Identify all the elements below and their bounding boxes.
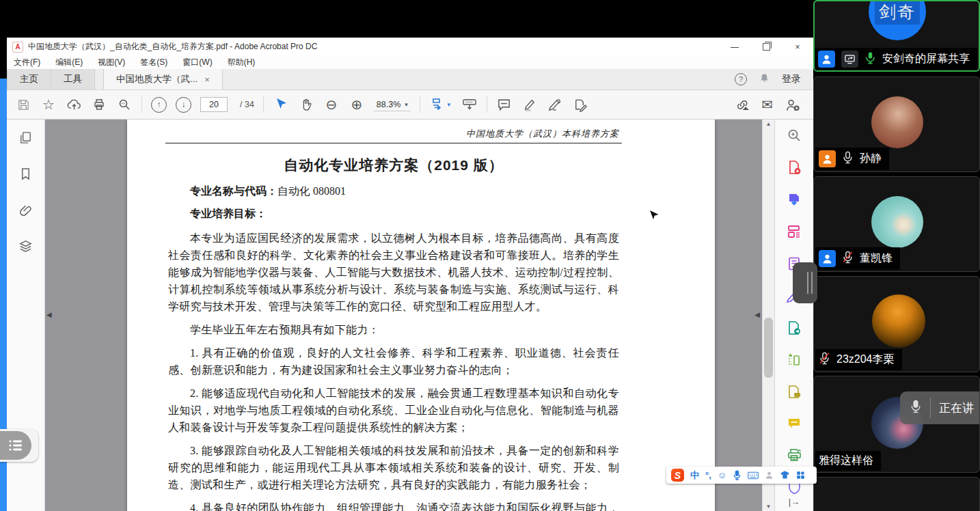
menu-window[interactable]: 窗口(W) (182, 57, 212, 68)
save-icon[interactable] (15, 96, 31, 113)
sogou-logo-icon[interactable]: S (671, 469, 684, 482)
tab-document-label: 中国地质大学（武... (116, 73, 198, 85)
menu-bar: 文件(F) 编辑(E) 视图(V) 签名(S) 窗口(W) 帮助(H) (7, 56, 813, 69)
next-page-icon[interactable]: ↓ (176, 97, 191, 113)
star-icon[interactable]: ☆ (40, 96, 57, 113)
email-icon[interactable]: ✉ (759, 96, 776, 113)
restore-button[interactable] (750, 38, 782, 56)
menu-sign[interactable]: 签名(S) (140, 57, 167, 68)
major-name-value: 自动化 080801 (277, 185, 346, 197)
ime-emoji-icon[interactable]: ☺ (718, 470, 726, 480)
participant-name: 董凯锋 (860, 251, 893, 266)
avatar: 剑奇 (869, 0, 926, 40)
participant-tile[interactable]: 23z204李栗 (813, 276, 980, 372)
organize-pages-icon[interactable] (787, 224, 802, 242)
close-button[interactable]: × (782, 38, 813, 56)
create-pdf-icon[interactable] (787, 160, 802, 178)
login-button[interactable]: 登录 (782, 73, 801, 85)
participant-tile-speaking[interactable]: 正在讲 雅得这样俗 (813, 376, 980, 473)
mic-muted-icon (842, 251, 854, 266)
collapse-left-pane-arrow[interactable]: ◀ (46, 311, 52, 318)
zoom-level-dropdown[interactable]: 88.3% ▾ (374, 98, 411, 111)
annotation-list-widget[interactable] (0, 429, 38, 462)
scroll-up-arrow[interactable]: ▲ (763, 121, 774, 127)
fit-caret-icon: ▾ (448, 101, 451, 108)
scrollbar-thumb[interactable] (764, 318, 773, 378)
ime-toolbox-icon[interactable] (796, 471, 805, 480)
expand-tools-pane-icon[interactable]: |→ (775, 497, 813, 507)
ime-account-icon[interactable] (765, 471, 774, 480)
help-icon[interactable]: ? (735, 73, 747, 85)
scroll-down-arrow[interactable]: ▼ (763, 503, 774, 510)
comment-tool-icon[interactable] (787, 417, 802, 433)
participant-tile[interactable]: 孙静 (813, 77, 980, 172)
sign-pen-icon[interactable] (547, 96, 563, 113)
sidebar-grip-handle[interactable] (793, 262, 817, 303)
participant-name: 孙静 (860, 152, 882, 166)
menu-help[interactable]: 帮助(H) (228, 57, 256, 68)
layers-icon[interactable] (18, 239, 33, 256)
major-name-label: 专业名称与代码： (190, 185, 277, 197)
mic-on-icon (842, 151, 854, 167)
zoom-out-icon[interactable]: ⊖ (323, 96, 340, 113)
ability-item-4: 4. 具备良好的团队协作能力、组织管理能力、沟通交流表达能力和国际化视野与能力，… (168, 499, 619, 511)
menu-file[interactable]: 文件(F) (14, 57, 40, 68)
participant-tile-partial[interactable] (813, 477, 980, 511)
print-icon[interactable] (91, 96, 107, 113)
page-count-label: / 34 (240, 100, 254, 109)
screen-share-icon (841, 51, 858, 68)
zoom-in-icon[interactable]: ⊕ (349, 96, 365, 113)
ime-skin-icon[interactable] (780, 471, 790, 480)
ime-punctuation-icon[interactable]: °, (705, 470, 711, 480)
participant-name: 23z204李栗 (836, 353, 895, 367)
caret-down-icon: ▾ (405, 101, 408, 108)
menu-edit[interactable]: 编辑(E) (55, 57, 83, 68)
mic-muted-icon (819, 352, 830, 368)
document-viewport[interactable]: 中国地质大学（武汉）本科培养方案 自动化专业培养方案（2019 版） 专业名称与… (45, 120, 762, 511)
previous-page-icon[interactable]: ↑ (151, 97, 167, 113)
select-tool-icon[interactable] (273, 96, 289, 113)
tab-home[interactable]: 主页 (7, 69, 51, 89)
page-running-header: 中国地质大学（武汉）本科培养方案 (168, 128, 619, 140)
attachments-icon[interactable] (18, 203, 33, 220)
reading-mode-icon[interactable] (461, 96, 478, 113)
fill-sign-icon[interactable] (572, 96, 588, 113)
notifications-bell-icon[interactable] (759, 73, 770, 85)
send-for-review-icon[interactable] (787, 320, 802, 338)
ability-intro-paragraph: 学生毕业五年左右预期具有如下能力： (168, 321, 619, 338)
participant-tile[interactable]: 董凯锋 (813, 176, 980, 272)
page-thumbnails-icon[interactable] (18, 130, 33, 148)
cloud-upload-icon[interactable] (66, 96, 82, 113)
training-goal-heading: 专业培养目标： (168, 207, 619, 221)
document-title: 自动化专业培养方案（2019 版） (168, 156, 619, 175)
tab-document[interactable]: 中国地质大学（武... × (103, 69, 223, 89)
ime-keyboard-icon[interactable] (748, 471, 759, 480)
search-icon[interactable] (116, 96, 133, 113)
hand-tool-icon[interactable] (298, 96, 314, 113)
ime-toolbar: S 中 °, ☺ (666, 467, 817, 484)
vertical-scrollbar[interactable]: ▲ ▼ (762, 120, 774, 511)
member-badge-icon (818, 51, 835, 68)
ime-voice-icon[interactable] (733, 470, 741, 480)
collapse-right-pane-arrow[interactable]: ◀ (754, 311, 760, 318)
meeting-participants-panel: 剑奇 安剑奇的屏幕共享 (813, 0, 980, 511)
ime-chinese-mode-icon[interactable]: 中 (690, 469, 699, 482)
print-production-icon[interactable] (787, 447, 802, 465)
page-number-input[interactable]: 20 (200, 97, 228, 112)
zoom-tools-icon[interactable] (787, 128, 802, 146)
highlighter-icon[interactable] (521, 96, 538, 113)
tab-close-icon[interactable]: × (204, 74, 210, 85)
bookmarks-icon[interactable] (19, 167, 32, 184)
tab-tools[interactable]: 工具 (51, 69, 95, 89)
export-pdf-icon[interactable] (787, 192, 802, 210)
compare-files-icon[interactable] (787, 385, 802, 402)
restore-icon (763, 43, 770, 51)
crop-pages-icon[interactable] (787, 353, 802, 370)
menu-view[interactable]: 视图(V) (98, 57, 125, 68)
minimize-button[interactable]: — (719, 38, 750, 56)
add-person-icon[interactable] (785, 96, 801, 113)
share-link-icon[interactable] (734, 96, 750, 113)
fit-width-icon[interactable]: ▾ (429, 96, 452, 113)
participant-tile-screen-share[interactable]: 剑奇 安剑奇的屏幕共享 (813, 0, 980, 72)
comment-icon[interactable] (496, 96, 513, 113)
